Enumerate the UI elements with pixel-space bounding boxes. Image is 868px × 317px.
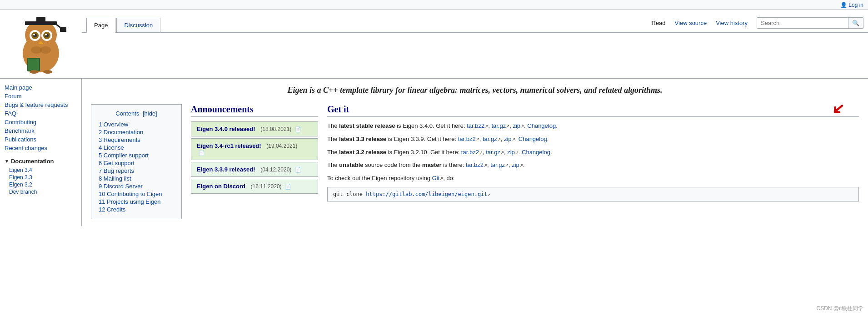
contents-item-8[interactable]: 8 Mailing list	[99, 175, 174, 182]
r32-changelog-link[interactable]: Changelog	[522, 149, 550, 156]
main-layout: Main page Forum Bugs & feature requests …	[0, 79, 868, 226]
contents-item-12[interactable]: 12 Credits	[99, 206, 174, 213]
release-32-bold: latest 3.2 release	[339, 149, 386, 156]
sidebar-documentation: ▼ Documentation Eigen 3.4 Eigen 3.3 Eige…	[5, 158, 77, 196]
announcement-eigen-34rc1: Eigen 3.4-rc1 released! (19.04.2021) 📄	[191, 138, 318, 160]
tabs-and-actions: Page Discussion Read View source View hi…	[82, 10, 868, 33]
r32-targz-link[interactable]: tar.gz	[486, 149, 504, 156]
contents-item-5[interactable]: 5 Compiler support	[99, 151, 174, 159]
r32-zip-link[interactable]: zip	[507, 149, 519, 156]
unstable-text: The unstable source code from the master…	[327, 161, 859, 170]
contents-heading: Contents	[115, 110, 139, 117]
svg-rect-16	[28, 59, 39, 70]
search-button[interactable]: 🔍	[848, 18, 863, 28]
code-block: git clone https://gitlab.com/libeigen/ei…	[327, 187, 859, 201]
announcement-eigen-discord: Eigen on Discord (16.11.2020) 📄	[191, 179, 318, 194]
search-bar: 🔍	[757, 17, 863, 29]
r33-zip-link[interactable]: zip	[504, 136, 515, 142]
svg-point-20	[43, 70, 52, 74]
sidebar-item-eigen-32[interactable]: Eigen 3.2	[5, 181, 77, 188]
sidebar-documentation-title: ▼ Documentation	[5, 158, 77, 165]
sidebar-item-publications[interactable]: Publications	[5, 135, 77, 144]
svg-point-18	[40, 46, 51, 54]
announcement-339-title: Eigen 3.3.9 released!	[197, 166, 255, 173]
action-read[interactable]: Read	[647, 20, 670, 26]
sidebar-item-main-page[interactable]: Main page	[5, 83, 77, 92]
r33-targz-link[interactable]: tar.gz	[483, 136, 501, 142]
announcement-discord-date: (16.11.2020)	[251, 183, 282, 190]
svg-rect-5	[60, 27, 66, 32]
contents-hide-link[interactable]: [hide]	[143, 110, 157, 117]
top-bar: 👤 Log in	[0, 0, 868, 10]
r33-changelog-link[interactable]: Changelog	[519, 136, 547, 142]
contents-item-1[interactable]: 1 Overview	[99, 121, 174, 128]
search-input[interactable]	[757, 18, 848, 28]
user-icon: 👤	[840, 2, 847, 8]
getit-heading: Get it	[327, 104, 859, 117]
r33-tarbz2-link[interactable]: tar.bz2	[458, 136, 479, 142]
contents-box: Contents [hide] 1 Overview 2 Documentati…	[91, 104, 182, 219]
git-link[interactable]: Git	[432, 175, 444, 181]
sidebar-item-dev-branch[interactable]: Dev branch	[5, 188, 77, 196]
contents-item-10[interactable]: 10 Contributing to Eigen	[99, 190, 174, 198]
sidebar-item-recent-changes[interactable]: Recent changes	[5, 144, 77, 152]
contents-item-6[interactable]: 6 Get support	[99, 159, 174, 167]
content: Eigen is a C++ template library for line…	[82, 79, 868, 226]
announcements-section: Announcements Eigen 3.4.0 released! (18.…	[191, 104, 318, 196]
announcement-339-date: (04.12.2020)	[260, 166, 291, 173]
announcements-heading: Announcements	[191, 104, 318, 117]
announcement-eigen-339: Eigen 3.3.9 released! (04.12.2020) 📄	[191, 162, 318, 177]
contents-item-2[interactable]: 2 Documentation	[99, 128, 174, 136]
unstable-bold: unstable	[339, 161, 363, 168]
sidebar: Main page Forum Bugs & feature requests …	[0, 79, 82, 226]
sidebar-item-bugs-feature[interactable]: Bugs & feature requests	[5, 101, 77, 109]
master-bold: master	[422, 161, 442, 168]
contents-item-3[interactable]: 3 Requirements	[99, 136, 174, 144]
announcement-eigen-340: Eigen 3.4.0 released! (18.08.2021) 📄	[191, 121, 318, 136]
logo-area	[0, 10, 82, 78]
sidebar-item-forum[interactable]: Forum	[5, 92, 77, 101]
contents-item-7[interactable]: 7 Bug reports	[99, 167, 174, 175]
action-view-source[interactable]: View source	[670, 20, 712, 26]
release-33-text: The latest 3.3 release is Eigen 3.3.9. G…	[327, 135, 859, 144]
unstable-targz-link[interactable]: tar.gz	[490, 161, 509, 168]
document-icon-3: 📄	[295, 167, 301, 172]
svg-point-12	[33, 34, 35, 35]
documentation-label: Documentation	[11, 158, 54, 165]
action-view-history[interactable]: View history	[711, 20, 752, 26]
sidebar-item-faq[interactable]: FAQ	[5, 109, 77, 118]
contents-item-9[interactable]: 9 Discord Server	[99, 182, 174, 190]
getit-section: Get it ➜ The latest stable release is Ei…	[327, 104, 859, 201]
sidebar-item-contributing[interactable]: Contributing	[5, 118, 77, 126]
stable-targz-link[interactable]: tar.gz	[491, 122, 509, 129]
sidebar-item-eigen-34[interactable]: Eigen 3.4	[5, 166, 77, 174]
sidebar-nav: Main page Forum Bugs & feature requests …	[5, 83, 77, 152]
unstable-zip-link[interactable]: zip	[512, 161, 523, 168]
announcement-340-date: (18.08.2021)	[260, 126, 291, 132]
stable-release-bold: latest stable release	[339, 122, 395, 129]
contents-item-11[interactable]: 11 Projects using Eigen	[99, 198, 174, 206]
stable-changelog-link[interactable]: Changelog	[527, 122, 556, 129]
page-tabs: Page Discussion	[86, 18, 161, 32]
sidebar-item-eigen-33[interactable]: Eigen 3.3	[5, 174, 77, 181]
contents-item-4[interactable]: 4 License	[99, 144, 174, 151]
git-command-text: git clone	[333, 191, 366, 197]
stable-tarbz2-link[interactable]: tar.bz2	[467, 122, 488, 129]
unstable-tarbz2-link[interactable]: tar.bz2	[466, 161, 487, 168]
tab-page[interactable]: Page	[86, 18, 115, 33]
sidebar-item-benchmark[interactable]: Benchmark	[5, 126, 77, 135]
git-url-link[interactable]: https://gitlab.com/libeigen/eigen.git	[366, 191, 490, 197]
document-icon: 📄	[295, 126, 301, 132]
tab-discussion[interactable]: Discussion	[116, 18, 160, 32]
r32-tarbz2-link[interactable]: tar.bz2	[461, 149, 483, 156]
contents-title: Contents [hide]	[99, 110, 174, 117]
svg-rect-3	[36, 17, 45, 22]
release-33-bold: latest 3.3 release	[339, 136, 386, 142]
login-label: Log in	[848, 2, 863, 8]
login-link[interactable]: 👤 Log in	[840, 2, 863, 8]
stable-release-text: The latest stable release is Eigen 3.4.0…	[327, 121, 859, 131]
announcement-discord-title: Eigen on Discord	[197, 183, 245, 190]
stable-zip-link[interactable]: zip	[513, 122, 524, 129]
owl-logo	[11, 15, 70, 74]
red-arrow-icon: ➜	[827, 97, 850, 121]
